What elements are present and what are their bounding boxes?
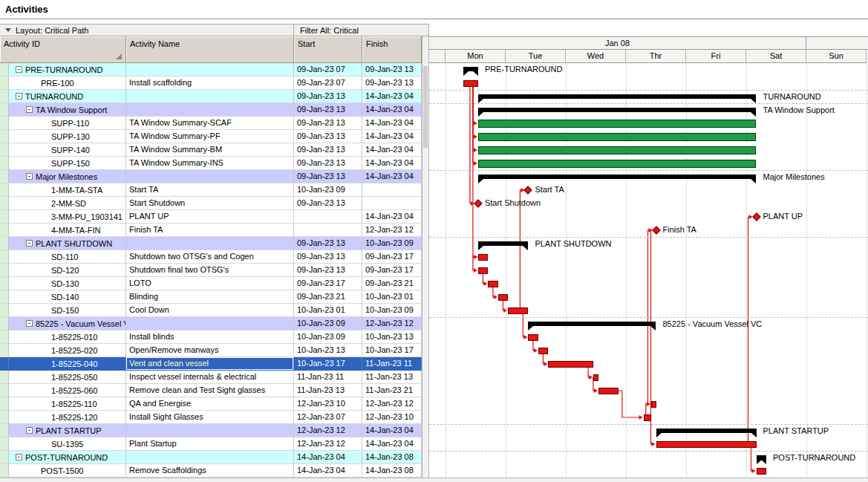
- start-date-cell[interactable]: 09-Jan-23 17: [294, 277, 362, 290]
- finish-date-cell[interactable]: 14-Jan-23 04: [362, 424, 422, 437]
- start-date-cell[interactable]: 14-Jan-23 04: [294, 464, 362, 478]
- finish-date-cell[interactable]: 14-Jan-23 04: [362, 130, 422, 143]
- table-row[interactable]: -PLANT SHUTDOWN09-Jan-23 1310-Jan-23 09: [0, 237, 422, 250]
- column-header-activity-id[interactable]: Activity ID: [0, 36, 126, 63]
- activity-id-cell[interactable]: SD-120: [9, 264, 126, 277]
- milestone-icon[interactable]: [524, 186, 532, 194]
- activity-name-cell[interactable]: Remove Scaffoldings: [126, 464, 294, 478]
- start-date-cell[interactable]: 09-Jan-23 13: [294, 237, 362, 250]
- summary-bar[interactable]: [757, 455, 767, 460]
- table-row[interactable]: 3-MM-PU_1903141PLANT UP14-Jan-23 04: [0, 210, 422, 224]
- task-bar[interactable]: [478, 146, 757, 154]
- activity-id-cell[interactable]: -PLANT STARTUP: [9, 424, 126, 437]
- finish-date-cell[interactable]: 14-Jan-23 04: [362, 210, 422, 224]
- critical-task-bar[interactable]: [651, 401, 656, 408]
- activity-name-cell[interactable]: [126, 170, 294, 183]
- activity-id-cell[interactable]: -POST-TURNAROUND: [9, 451, 126, 464]
- activity-id-cell[interactable]: 1-85225-110: [9, 397, 126, 411]
- finish-date-cell[interactable]: 11-Jan-23 13: [362, 371, 422, 384]
- activity-name-cell[interactable]: TA Window Summary-INS: [126, 157, 294, 170]
- sort-filter-icon[interactable]: [116, 53, 122, 59]
- table-row[interactable]: SD-150Cool Down10-Jan-23 0110-Jan-23 09: [0, 304, 422, 317]
- finish-date-cell[interactable]: 14-Jan-23 04: [362, 117, 422, 130]
- finish-date-cell[interactable]: 14-Jan-23 04: [362, 103, 422, 117]
- activity-name-cell[interactable]: Install scaffolding: [126, 76, 294, 90]
- finish-date-cell[interactable]: 12-Jan-23 12: [362, 224, 422, 237]
- activity-name-cell[interactable]: [126, 424, 294, 437]
- activity-id-cell[interactable]: -Major Milestones: [9, 170, 126, 183]
- start-date-cell[interactable]: 10-Jan-23 09: [294, 317, 362, 330]
- timeline-day-mon[interactable]: Mon: [446, 50, 506, 63]
- activity-name-cell[interactable]: [126, 63, 294, 76]
- task-bar[interactable]: [478, 160, 757, 168]
- activity-id-cell[interactable]: SD-130: [9, 277, 126, 290]
- start-date-cell[interactable]: 10-Jan-23 17: [294, 357, 362, 371]
- vertical-scrollbar[interactable]: [422, 36, 429, 478]
- start-date-cell[interactable]: 09-Jan-23 13: [294, 117, 362, 130]
- horizontal-scrollbar[interactable]: [0, 478, 868, 482]
- activity-name-cell[interactable]: Blinding: [126, 290, 294, 304]
- activity-name-cell[interactable]: QA and Energise: [126, 397, 294, 411]
- finish-date-cell[interactable]: 14-Jan-23 04: [362, 90, 422, 103]
- layout-selector[interactable]: Layout: Critical Path: [0, 25, 294, 36]
- finish-date-cell[interactable]: 09-Jan-23 13: [362, 76, 422, 90]
- finish-date-cell[interactable]: 12-Jan-23 12: [362, 397, 422, 411]
- activity-id-cell[interactable]: PRE-100: [9, 76, 126, 90]
- finish-date-cell[interactable]: 14-Jan-23 08: [362, 451, 422, 464]
- finish-date-cell[interactable]: 14-Jan-23 04: [362, 157, 422, 170]
- task-bar[interactable]: [478, 133, 757, 141]
- start-date-cell[interactable]: 10-Jan-23 09: [294, 330, 362, 344]
- activity-name-cell[interactable]: Open/Remove manways: [126, 344, 294, 357]
- activity-id-cell[interactable]: 1-85225-050: [9, 371, 126, 384]
- activity-name-cell[interactable]: PLANT UP: [126, 210, 294, 224]
- start-date-cell[interactable]: 12-Jan-23 10: [294, 397, 362, 411]
- start-date-cell[interactable]: 11-Jan-23 13: [294, 384, 362, 397]
- timeline-day-tue[interactable]: Tue: [506, 50, 566, 63]
- critical-task-bar[interactable]: [528, 334, 538, 341]
- critical-task-bar[interactable]: [593, 374, 598, 381]
- table-row[interactable]: 1-MM-TA-STAStart TA10-Jan-23 09: [0, 183, 422, 197]
- start-date-cell[interactable]: 10-Jan-23 01: [294, 304, 362, 317]
- activity-name-cell[interactable]: [126, 451, 294, 464]
- summary-bar[interactable]: [656, 429, 757, 433]
- activity-id-cell[interactable]: 1-85225-020: [9, 344, 126, 357]
- table-row[interactable]: 1-85225-110QA and Energise12-Jan-23 1012…: [0, 397, 422, 411]
- activity-id-cell[interactable]: SU-1395: [9, 437, 126, 451]
- activity-name-cell[interactable]: [126, 237, 294, 250]
- collapse-toggle[interactable]: -: [16, 454, 22, 460]
- collapse-toggle[interactable]: -: [26, 320, 33, 327]
- critical-task-bar[interactable]: [478, 267, 489, 274]
- table-row[interactable]: 1-85225-010Install blinds10-Jan-23 0910-…: [0, 330, 422, 344]
- finish-date-cell[interactable]: 14-Jan-23 04: [362, 170, 422, 183]
- timeline-day-sun[interactable]: Sun: [806, 50, 867, 63]
- finish-date-cell[interactable]: 10-Jan-23 01: [362, 290, 422, 304]
- timeline-day-fri[interactable]: Fri: [686, 50, 746, 63]
- finish-date-cell[interactable]: 10-Jan-23 09: [362, 237, 422, 250]
- table-row[interactable]: SUPP-110TA Window Summary-SCAF09-Jan-23 …: [0, 117, 422, 130]
- activity-id-cell[interactable]: SUPP-140: [9, 143, 126, 157]
- start-date-cell[interactable]: 14-Jan-23 04: [294, 451, 362, 464]
- critical-task-bar[interactable]: [498, 294, 509, 301]
- activity-id-cell[interactable]: SUPP-150: [9, 157, 126, 170]
- critical-task-bar[interactable]: [508, 307, 528, 314]
- activity-name-cell[interactable]: TA Window Summary-PF: [126, 130, 294, 143]
- table-row[interactable]: -Major Milestones09-Jan-23 1314-Jan-23 0…: [0, 170, 422, 183]
- critical-task-bar[interactable]: [463, 80, 478, 87]
- activity-name-cell[interactable]: Install Sight Glasses: [126, 411, 294, 424]
- activity-name-cell[interactable]: [126, 103, 294, 117]
- start-date-cell[interactable]: 09-Jan-23 07: [294, 76, 362, 90]
- activity-name-cell[interactable]: [126, 90, 294, 103]
- start-date-cell[interactable]: 09-Jan-23 13: [294, 264, 362, 277]
- critical-task-bar[interactable]: [478, 254, 489, 261]
- finish-date-cell[interactable]: 09-Jan-23 17: [362, 264, 422, 277]
- finish-date-cell[interactable]: 09-Jan-23 17: [362, 250, 422, 264]
- table-row[interactable]: -PLANT STARTUP12-Jan-23 1214-Jan-23 04: [0, 424, 422, 437]
- critical-task-bar[interactable]: [548, 361, 593, 368]
- summary-bar[interactable]: [478, 108, 757, 112]
- table-row[interactable]: PRE-100Install scaffolding09-Jan-23 0709…: [0, 76, 422, 90]
- activity-name-cell[interactable]: Vent and clean vessel: [126, 357, 294, 371]
- activity-name-cell[interactable]: Finish TA: [126, 224, 294, 237]
- table-row[interactable]: 1-85225-040Vent and clean vessel10-Jan-2…: [0, 357, 422, 371]
- start-date-cell[interactable]: 10-Jan-23 13: [294, 344, 362, 357]
- finish-date-cell[interactable]: 11-Jan-23 11: [362, 357, 422, 371]
